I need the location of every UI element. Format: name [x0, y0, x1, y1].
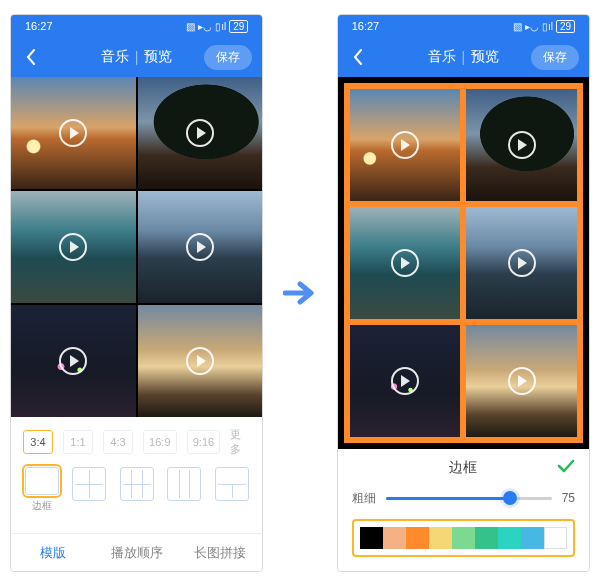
ratio-9-16[interactable]: 9:16 [187, 430, 221, 454]
battery-icon: 29 [556, 20, 575, 33]
border-thumb-icon [25, 467, 59, 495]
back-chevron-icon [26, 49, 36, 65]
back-button[interactable] [348, 49, 368, 65]
play-icon[interactable] [391, 131, 419, 159]
play-icon[interactable] [186, 119, 214, 147]
layout-2x2[interactable] [70, 467, 107, 513]
collage-canvas[interactable] [11, 77, 262, 417]
ratio-3-4[interactable]: 3:4 [23, 430, 53, 454]
status-time: 16:27 [25, 20, 53, 32]
cell-6[interactable] [466, 325, 577, 437]
color-swatch[interactable] [360, 527, 383, 549]
signal-icon: ▯ıl [542, 21, 553, 32]
ratio-more[interactable]: 更多 [230, 427, 250, 457]
play-icon[interactable] [186, 233, 214, 261]
cell-2[interactable] [466, 89, 577, 201]
header-preview[interactable]: 预览 [144, 48, 172, 66]
cell-5[interactable] [11, 305, 136, 417]
save-button[interactable]: 保存 [204, 45, 252, 70]
color-swatches [352, 519, 575, 557]
bottom-panel: 3:4 1:1 4:3 16:9 9:16 更多 边框 [11, 417, 262, 571]
slider-thumb[interactable] [503, 491, 517, 505]
cell-1[interactable] [11, 77, 136, 189]
layout-border[interactable]: 边框 [23, 467, 60, 513]
hd-icon: ▧ [513, 21, 522, 32]
check-icon [557, 459, 575, 473]
phone-before: 16:27 ▧ ▸◡ ▯ıl 29 音乐 | 预览 保存 [10, 14, 263, 572]
status-time: 16:27 [352, 20, 380, 32]
border-panel: 边框 粗细 75 [338, 449, 589, 571]
arrow-right-icon [283, 278, 317, 308]
wifi-icon: ▸◡ [525, 21, 539, 32]
header-music[interactable]: 音乐 [428, 48, 456, 66]
cell-5[interactable] [350, 325, 461, 437]
app-header: 音乐 | 预览 保存 [11, 37, 262, 77]
play-icon[interactable] [391, 249, 419, 277]
back-chevron-icon [353, 49, 363, 65]
phone-after: 16:27 ▧ ▸◡ ▯ıl 29 音乐 | 预览 保存 [337, 14, 590, 572]
color-swatch[interactable] [475, 527, 498, 549]
aspect-ratio-row: 3:4 1:1 4:3 16:9 9:16 更多 [11, 417, 262, 461]
confirm-button[interactable] [557, 459, 575, 477]
hd-icon: ▧ [186, 21, 195, 32]
status-indicators: ▧ ▸◡ ▯ıl 29 [186, 20, 248, 33]
layout-mix[interactable] [213, 467, 250, 513]
layout-cols[interactable] [165, 467, 202, 513]
bottom-tabs: 模版 播放顺序 长图拼接 [11, 533, 262, 571]
app-header: 音乐 | 预览 保存 [338, 37, 589, 77]
grid-cols-icon [167, 467, 201, 501]
play-icon[interactable] [186, 347, 214, 375]
tab-template[interactable]: 模版 [11, 534, 95, 571]
signal-icon: ▯ıl [215, 21, 226, 32]
save-button[interactable]: 保存 [531, 45, 579, 70]
panel-title: 边框 [449, 459, 477, 477]
color-swatch[interactable] [406, 527, 429, 549]
status-bar: 16:27 ▧ ▸◡ ▯ıl 29 [11, 15, 262, 37]
cell-4[interactable] [466, 207, 577, 319]
thickness-slider[interactable] [386, 489, 552, 507]
grid-3x2-icon [120, 467, 154, 501]
play-icon[interactable] [391, 367, 419, 395]
play-icon[interactable] [508, 131, 536, 159]
header-preview[interactable]: 预览 [471, 48, 499, 66]
header-separator: | [135, 49, 139, 65]
cell-6[interactable] [138, 305, 263, 417]
color-swatch[interactable] [429, 527, 452, 549]
status-bar: 16:27 ▧ ▸◡ ▯ıl 29 [338, 15, 589, 37]
tab-long-stitch[interactable]: 长图拼接 [179, 534, 263, 571]
header-separator: | [462, 49, 466, 65]
color-swatch[interactable] [521, 527, 544, 549]
wifi-icon: ▸◡ [198, 21, 212, 32]
play-icon[interactable] [508, 367, 536, 395]
header-music[interactable]: 音乐 [101, 48, 129, 66]
color-swatch[interactable] [452, 527, 475, 549]
layout-row: 边框 [11, 461, 262, 521]
cell-2[interactable] [138, 77, 263, 189]
transition-arrow [281, 278, 318, 308]
play-icon[interactable] [508, 249, 536, 277]
battery-icon: 29 [229, 20, 248, 33]
thickness-label: 粗细 [352, 490, 376, 507]
grid-2x2-icon [72, 467, 106, 501]
ratio-1-1[interactable]: 1:1 [63, 430, 93, 454]
layout-border-label: 边框 [32, 499, 52, 513]
tab-play-order[interactable]: 播放顺序 [95, 534, 179, 571]
cell-1[interactable] [350, 89, 461, 201]
color-swatch[interactable] [498, 527, 521, 549]
cell-3[interactable] [11, 191, 136, 303]
color-swatch[interactable] [383, 527, 406, 549]
ratio-16-9[interactable]: 16:9 [143, 430, 177, 454]
color-swatch[interactable] [544, 527, 567, 549]
collage-canvas[interactable] [338, 77, 589, 449]
layout-3x2[interactable] [118, 467, 155, 513]
cell-3[interactable] [350, 207, 461, 319]
cell-4[interactable] [138, 191, 263, 303]
status-indicators: ▧ ▸◡ ▯ıl 29 [513, 20, 575, 33]
grid-mix-icon [215, 467, 249, 501]
back-button[interactable] [21, 49, 41, 65]
ratio-4-3[interactable]: 4:3 [103, 430, 133, 454]
thickness-value: 75 [562, 491, 575, 505]
